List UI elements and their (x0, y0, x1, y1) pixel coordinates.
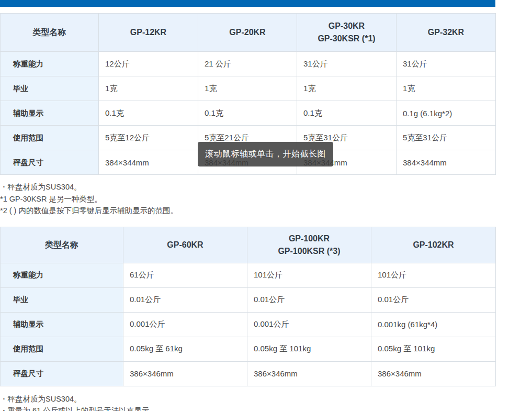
type-name-header: 类型名称 (1, 14, 99, 52)
page-content: 类型名称GP-12KRGP-20KRGP-30KR GP-30KSR (*1)G… (0, 13, 495, 411)
spec-cell: 0.05kg 至 101kg (371, 337, 496, 361)
model-column-header: GP-60KR (123, 227, 247, 263)
table-row: 辅助显示0.1克0.1克0.1克0.1g (6.1kg*2) (1, 101, 496, 126)
spec-cell: 0.01公斤 (123, 287, 247, 312)
spec-cell: 31公斤 (297, 52, 397, 76)
table-row: 使用范围0.05kg 至 61kg0.05kg 至 101kg0.05kg 至 … (1, 337, 496, 361)
row-label: 称重能力 (1, 52, 99, 76)
spec-cell: 0.1克 (297, 101, 397, 126)
spec-cell: 5克至31公斤 (397, 126, 496, 150)
spec-cell: 386×346mm (247, 361, 371, 386)
table-row: 毕业1克1克1克1克 (1, 76, 496, 101)
spec-cell: 386×346mm (123, 361, 247, 386)
row-label: 辅助显示 (1, 312, 123, 337)
spec-table-large-capacity: 类型名称GP-60KRGP-100KR GP-100KSR (*3)GP-102… (0, 227, 496, 386)
row-label: 秤盘尺寸 (1, 361, 123, 386)
notes-table-large-capacity: ・秤盘材质为SUS304。・重量为 61 公斤或以上的型号无法以克显示。 (0, 393, 495, 411)
spec-cell: 1克 (297, 76, 397, 101)
spec-cell: 384×344mm (99, 150, 198, 175)
spec-cell: 5克至12公斤 (99, 126, 198, 150)
spec-cell: 0.05kg 至 101kg (247, 337, 371, 361)
spec-cell: 0.1克 (99, 101, 198, 126)
spec-cell: 1克 (99, 76, 198, 101)
long-screenshot-tooltip-text: 滚动鼠标轴或单击，开始截长图 (205, 149, 326, 160)
row-label: 称重能力 (1, 263, 123, 287)
spec-cell: 0.001kg (61kg*4) (371, 312, 496, 337)
note-line: ・秤盘材质为SUS304。 (0, 181, 495, 193)
spec-cell: 0.001公斤 (123, 312, 247, 337)
spec-cell: 0.01公斤 (371, 287, 496, 312)
long-screenshot-tooltip[interactable]: 滚动鼠标轴或单击，开始截长图 (198, 142, 333, 166)
header-row: 类型名称GP-60KRGP-100KR GP-100KSR (*3)GP-102… (1, 227, 496, 263)
note-line: ・重量为 61 公斤或以上的型号无法以克显示。 (0, 405, 495, 411)
model-column-header: GP-102KR (371, 227, 496, 263)
header-row: 类型名称GP-12KRGP-20KRGP-30KR GP-30KSR (*1)G… (1, 14, 496, 52)
model-column-header: GP-12KR (99, 14, 198, 52)
spec-cell: 61公斤 (123, 263, 247, 287)
row-label: 秤盘尺寸 (1, 150, 99, 175)
spec-cell: 12公斤 (99, 52, 198, 76)
model-column-header: GP-20KR (198, 14, 297, 52)
spec-cell: 31公斤 (397, 52, 496, 76)
table-row: 毕业0.01公斤0.01公斤0.01公斤 (1, 287, 496, 312)
spec-cell: 386×346mm (371, 361, 496, 386)
row-label: 使用范围 (1, 126, 99, 150)
spec-cell: 101公斤 (371, 263, 496, 287)
spec-cell: 1克 (397, 76, 496, 101)
row-label: 毕业 (1, 287, 123, 312)
type-name-header: 类型名称 (1, 227, 123, 263)
notes-table-small-capacity: ・秤盘材质为SUS304。*1 GP-30KSR 是另一种类型。*2 ( ) 内… (0, 181, 495, 217)
table-row: 称重能力12公斤21 公斤31公斤31公斤 (1, 52, 496, 76)
table-row: 秤盘尺寸386×346mm386×346mm386×346mm (1, 361, 496, 386)
spec-cell: 0.1克 (198, 101, 297, 126)
spec-cell: 0.05kg 至 61kg (123, 337, 247, 361)
spec-cell: 1克 (198, 76, 297, 101)
row-label: 辅助显示 (1, 101, 99, 126)
top-accent-bar (0, 0, 495, 7)
model-column-header: GP-100KR GP-100KSR (*3) (247, 227, 371, 263)
table-row: 称重能力61公斤101公斤101公斤 (1, 263, 496, 287)
table-row: 辅助显示0.001公斤0.001公斤0.001kg (61kg*4) (1, 312, 496, 337)
model-column-header: GP-32KR (397, 14, 496, 52)
note-line: ・秤盘材质为SUS304。 (0, 393, 495, 405)
spec-cell: 21 公斤 (198, 52, 297, 76)
spec-cell: 384×344mm (397, 150, 496, 175)
note-line: *1 GP-30KSR 是另一种类型。 (0, 193, 495, 205)
spec-cell: 101公斤 (247, 263, 371, 287)
note-line: *2 ( ) 内的数值是按下归零键后显示辅助显示的范围。 (0, 205, 495, 217)
row-label: 毕业 (1, 76, 99, 101)
model-column-header: GP-30KR GP-30KSR (*1) (297, 14, 397, 52)
spec-cell: 0.1g (6.1kg*2) (397, 101, 496, 126)
row-label: 使用范围 (1, 337, 123, 361)
spec-cell: 0.001公斤 (247, 312, 371, 337)
spec-cell: 0.01公斤 (247, 287, 371, 312)
